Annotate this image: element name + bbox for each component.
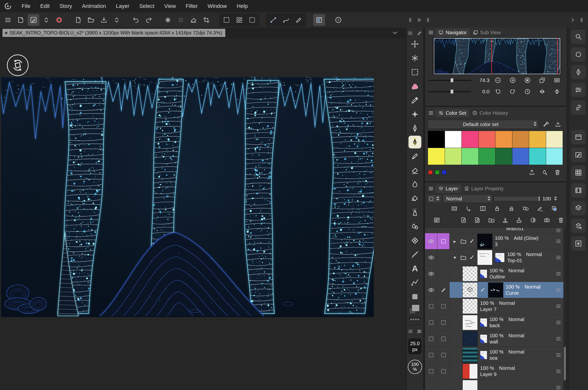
crop-frame-button[interactable] bbox=[200, 14, 212, 26]
layer-visibility-cell[interactable] bbox=[425, 298, 437, 314]
layer-row-content[interactable]: 100 % Normalwall bbox=[450, 331, 563, 347]
layer-color-sq-button[interactable] bbox=[549, 204, 560, 213]
layer-target-cell[interactable] bbox=[437, 249, 450, 265]
layer-row-content[interactable]: 100 % NormalOutline bbox=[450, 266, 563, 282]
layer-drag-handle[interactable] bbox=[555, 287, 561, 293]
main-color-swatch[interactable] bbox=[412, 305, 420, 311]
visibility-checkbox[interactable] bbox=[429, 320, 433, 325]
visibility-checkbox[interactable] bbox=[429, 369, 433, 374]
text-tool[interactable]: A bbox=[408, 261, 422, 276]
menu-filter[interactable]: Filter bbox=[181, 0, 203, 12]
square-circle-button[interactable] bbox=[522, 75, 533, 85]
airbrush-tool[interactable] bbox=[408, 205, 422, 219]
layer-thumbnail-dark-marks2[interactable] bbox=[488, 282, 503, 298]
download-tray-button[interactable] bbox=[552, 119, 564, 129]
layer-target-cell[interactable] bbox=[437, 314, 450, 330]
layer-drag-handle[interactable] bbox=[555, 271, 561, 277]
frame-border-tool[interactable] bbox=[408, 290, 422, 304]
layer-thumbnail-teal-stripes[interactable] bbox=[462, 347, 478, 363]
grip-button[interactable] bbox=[578, 15, 585, 25]
visibility-checkbox[interactable] bbox=[429, 337, 433, 341]
color-swatch[interactable] bbox=[529, 131, 546, 148]
gradient-tool[interactable] bbox=[408, 219, 422, 233]
brush-size-indicator[interactable]: 25.0 px bbox=[408, 339, 422, 354]
visibility-checkbox[interactable] bbox=[441, 369, 446, 374]
layer-row-layer-7[interactable]: 100 % NormalLayer 7 bbox=[425, 298, 563, 314]
move-tool[interactable] bbox=[408, 37, 422, 51]
timeline-button[interactable] bbox=[313, 14, 325, 26]
grid9-button[interactable] bbox=[571, 165, 586, 180]
navigator-menu-icon[interactable] bbox=[427, 30, 435, 36]
color-swatch[interactable] bbox=[479, 131, 495, 148]
color-swatch[interactable] bbox=[495, 148, 512, 165]
layer-target-cell[interactable] bbox=[437, 347, 450, 363]
new-layer-button[interactable] bbox=[458, 215, 469, 225]
layer-list-scrollbar[interactable] bbox=[563, 228, 566, 390]
opacity-slider[interactable] bbox=[494, 196, 540, 201]
minus-circle-button[interactable] bbox=[492, 75, 503, 85]
draft-pencil-button[interactable] bbox=[534, 204, 545, 213]
rotation-slider[interactable] bbox=[428, 91, 471, 92]
visibility-checkbox[interactable] bbox=[429, 304, 433, 308]
wrench-button[interactable] bbox=[540, 119, 552, 129]
layer-mask-combo[interactable] bbox=[427, 195, 441, 203]
plus-circle-button[interactable] bbox=[507, 75, 518, 85]
film-button[interactable] bbox=[571, 183, 586, 197]
star-frame-button[interactable] bbox=[571, 236, 586, 251]
layer-thumbnail-checker[interactable] bbox=[462, 266, 478, 281]
color-swatch[interactable] bbox=[546, 148, 563, 165]
new-folder-button[interactable] bbox=[486, 215, 497, 225]
layer-visibility-cell[interactable] bbox=[425, 379, 437, 390]
quick-color-chip[interactable] bbox=[442, 170, 446, 175]
blend-mode-select[interactable]: Normal bbox=[443, 195, 492, 203]
navigator-preview[interactable] bbox=[434, 38, 560, 74]
layer-target-cell[interactable] bbox=[437, 331, 450, 347]
chevrons-button[interactable] bbox=[416, 15, 423, 25]
pen-tool[interactable] bbox=[408, 121, 422, 135]
opacity-spinner[interactable] bbox=[554, 196, 557, 201]
menu-story[interactable]: Story bbox=[54, 0, 77, 12]
dots-grid-button[interactable] bbox=[175, 14, 187, 26]
lock-alpha-button[interactable] bbox=[506, 204, 517, 213]
visibility-checkbox[interactable] bbox=[441, 337, 446, 341]
tool-property-menu-icon[interactable] bbox=[407, 328, 414, 335]
nib-button[interactable] bbox=[571, 65, 586, 79]
menu-help[interactable]: Help bbox=[232, 0, 253, 12]
clock-arrow-button[interactable] bbox=[522, 87, 533, 97]
layer-thumbnail-navy[interactable] bbox=[462, 331, 478, 346]
flip-v-button[interactable] bbox=[551, 87, 562, 97]
layer-thumbnail-red-white[interactable] bbox=[462, 364, 478, 379]
transfer-down-button[interactable] bbox=[500, 215, 511, 225]
layer-drag-handle[interactable] bbox=[555, 336, 561, 342]
select-rect-button[interactable] bbox=[221, 14, 233, 26]
document-tab[interactable]: SEAK_INTRO_TOPO-BIOLU_v2* (3900 x 1200px… bbox=[2, 29, 225, 37]
auto-select-tool[interactable] bbox=[408, 107, 422, 121]
color-swatch[interactable] bbox=[428, 148, 445, 165]
tab-color-set[interactable]: Color Set bbox=[435, 109, 469, 117]
clip-arrow-button[interactable] bbox=[463, 204, 474, 213]
fit-screen-button[interactable] bbox=[551, 75, 562, 85]
grip-button[interactable] bbox=[407, 15, 414, 25]
layer-row-content[interactable]: ✓100 % NormalCurve bbox=[450, 282, 563, 298]
menu-edit[interactable]: Edit bbox=[35, 0, 54, 12]
trash-button[interactable] bbox=[555, 215, 566, 225]
spray-burst-button[interactable] bbox=[162, 14, 174, 26]
mask-combo-button[interactable] bbox=[520, 204, 531, 213]
menu-view[interactable]: View bbox=[159, 0, 181, 12]
window-pen-button[interactable] bbox=[571, 148, 586, 162]
updown-button[interactable] bbox=[40, 14, 52, 26]
rotation-slider-handle[interactable] bbox=[451, 90, 453, 94]
layer-row-content[interactable]: 100 % Normalback bbox=[450, 314, 563, 330]
layer-thumbnail-page-blue[interactable] bbox=[495, 253, 505, 262]
layer-visibility-cell[interactable] bbox=[425, 249, 437, 265]
layer-row-curve[interactable]: ✓100 % NormalCurve bbox=[425, 282, 563, 298]
page-flip-button[interactable] bbox=[15, 14, 27, 26]
layer-visibility-cell[interactable] bbox=[425, 266, 437, 282]
layer-row-back[interactable]: 100 % Normalback bbox=[425, 314, 563, 331]
stack-button[interactable] bbox=[571, 201, 586, 215]
select-round-button[interactable] bbox=[246, 14, 258, 26]
opacity-slider-handle[interactable] bbox=[539, 196, 539, 201]
eraser-slab-button[interactable] bbox=[188, 14, 199, 26]
visibility-checkbox[interactable] bbox=[429, 353, 433, 357]
save-button[interactable] bbox=[98, 14, 110, 26]
